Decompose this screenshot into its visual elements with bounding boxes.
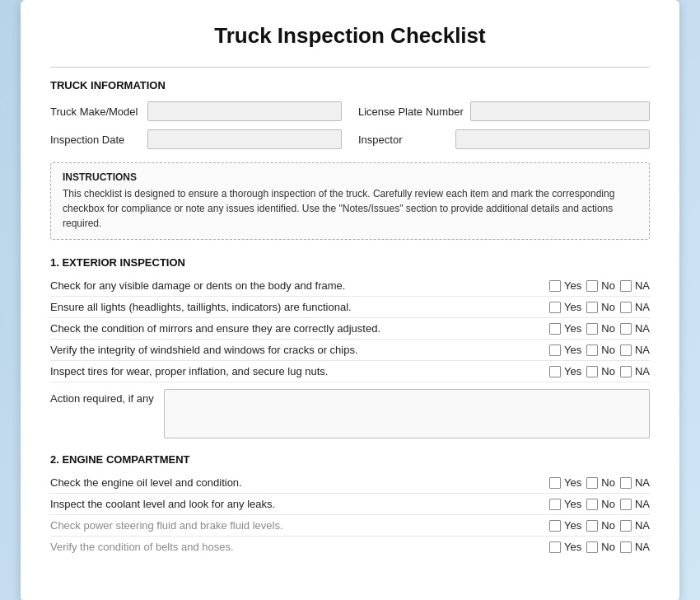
checklist-item-row: Verify the condition of belts and hoses.… (50, 537, 650, 557)
section-exterior: 1. EXTERIOR INSPECTIONCheck for any visi… (50, 256, 650, 438)
check-group-na-eng-3: NA (620, 519, 650, 532)
check-group-yes-ext-2: Yes (549, 301, 581, 313)
checklist-item-row: Ensure all lights (headlights, taillight… (50, 297, 650, 318)
inspection-date-label: Inspection Date (50, 134, 141, 146)
check-options-ext-2: YesNoNA (502, 301, 650, 313)
checkbox-no-ext-4[interactable] (586, 345, 598, 356)
check-group-yes-eng-4: Yes (549, 541, 581, 553)
item-text-ext-2: Ensure all lights (headlights, taillight… (50, 301, 502, 313)
checkbox-no-eng-1[interactable] (586, 477, 598, 489)
checkbox-yes-ext-1[interactable] (549, 280, 561, 292)
check-group-yes-ext-5: Yes (549, 365, 581, 377)
label-yes-eng-2: Yes (564, 498, 581, 510)
check-group-no-ext-2: No (586, 301, 615, 313)
label-yes-ext-5: Yes (564, 365, 581, 377)
label-na-ext-2: NA (635, 301, 650, 313)
item-text-eng-1: Check the engine oil level and condition… (50, 476, 502, 489)
checkbox-yes-eng-1[interactable] (549, 477, 561, 489)
checkbox-yes-ext-3[interactable] (549, 323, 561, 335)
truck-make-model-input[interactable] (147, 101, 342, 121)
checkbox-no-ext-5[interactable] (586, 366, 598, 377)
section-title-exterior: 1. EXTERIOR INSPECTION (50, 256, 650, 269)
license-plate-input[interactable] (470, 101, 650, 121)
license-plate-row: License Plate Number (358, 101, 650, 121)
label-na-eng-2: NA (635, 498, 650, 510)
truck-make-model-label: Truck Make/Model (50, 105, 141, 118)
label-na-ext-1: NA (635, 279, 650, 292)
check-options-eng-1: YesNoNA (502, 476, 650, 489)
check-group-na-ext-2: NA (620, 301, 650, 313)
action-row-exterior: Action required, if any (50, 389, 650, 438)
inspector-row: Inspector (358, 129, 650, 149)
checkbox-yes-eng-2[interactable] (549, 499, 561, 510)
checkbox-yes-ext-4[interactable] (549, 345, 561, 356)
label-no-ext-5: No (601, 365, 615, 377)
checkbox-na-ext-3[interactable] (620, 323, 632, 335)
check-group-no-ext-3: No (586, 322, 615, 335)
check-group-no-ext-1: No (586, 279, 615, 292)
check-group-yes-ext-3: Yes (549, 322, 581, 335)
check-group-na-ext-1: NA (620, 279, 650, 292)
checkbox-yes-eng-3[interactable] (549, 520, 561, 532)
checklist-item-row: Verify the integrity of windshield and w… (50, 340, 650, 361)
checkbox-no-eng-2[interactable] (586, 499, 598, 510)
label-yes-eng-1: Yes (564, 476, 581, 489)
check-group-na-eng-1: NA (620, 476, 650, 489)
sections-container: 1. EXTERIOR INSPECTIONCheck for any visi… (50, 256, 650, 557)
checkbox-no-ext-1[interactable] (586, 280, 598, 292)
check-group-yes-eng-1: Yes (549, 476, 581, 489)
check-options-ext-3: YesNoNA (502, 322, 650, 335)
checkbox-yes-eng-4[interactable] (549, 541, 561, 553)
checkbox-na-eng-3[interactable] (620, 520, 632, 532)
truck-info-section-title: TRUCK INFORMATION (50, 79, 650, 91)
label-yes-ext-2: Yes (564, 301, 581, 313)
item-text-ext-3: Check the condition of mirrors and ensur… (50, 322, 502, 335)
label-no-ext-1: No (601, 279, 615, 292)
check-options-eng-4: YesNoNA (502, 541, 650, 553)
label-no-eng-4: No (601, 541, 615, 553)
checkbox-no-ext-3[interactable] (586, 323, 598, 335)
checkbox-na-ext-1[interactable] (620, 280, 632, 292)
check-group-no-eng-1: No (586, 476, 615, 489)
checkbox-na-ext-4[interactable] (620, 345, 632, 356)
label-yes-eng-3: Yes (564, 519, 581, 532)
check-options-ext-1: YesNoNA (502, 279, 650, 292)
inspection-date-row: Inspection Date (50, 129, 342, 149)
inspector-input[interactable] (455, 129, 650, 149)
check-group-no-ext-5: No (586, 365, 615, 377)
action-textarea-exterior[interactable] (164, 389, 650, 438)
check-group-na-eng-4: NA (620, 541, 650, 553)
action-label-exterior: Action required, if any (50, 389, 157, 405)
checkbox-yes-ext-2[interactable] (549, 302, 561, 313)
checklist-item-row: Check the condition of mirrors and ensur… (50, 318, 650, 340)
checkbox-no-eng-4[interactable] (586, 541, 598, 553)
checkbox-yes-ext-5[interactable] (549, 366, 561, 377)
check-group-no-eng-2: No (586, 498, 615, 510)
inspection-date-input[interactable] (147, 129, 342, 149)
checkbox-na-ext-5[interactable] (620, 366, 632, 377)
checkbox-na-eng-2[interactable] (620, 499, 632, 510)
check-options-ext-5: YesNoNA (502, 365, 650, 377)
instructions-box: INSTRUCTIONS This checklist is designed … (50, 162, 650, 240)
check-options-ext-4: YesNoNA (502, 344, 650, 356)
checkbox-na-ext-2[interactable] (620, 302, 632, 313)
checkbox-na-eng-1[interactable] (620, 477, 632, 489)
checkbox-no-ext-2[interactable] (586, 302, 598, 313)
page-title: Truck Inspection Checklist (50, 23, 650, 49)
label-yes-ext-4: Yes (564, 344, 581, 356)
label-na-eng-4: NA (635, 541, 650, 553)
label-na-ext-3: NA (635, 322, 650, 335)
check-group-yes-eng-3: Yes (549, 519, 581, 532)
checkbox-na-eng-4[interactable] (620, 541, 632, 553)
check-group-no-ext-4: No (586, 344, 615, 356)
checklist-item-row: Inspect tires for wear, proper inflation… (50, 361, 650, 382)
label-na-ext-4: NA (635, 344, 650, 356)
label-na-ext-5: NA (635, 365, 650, 377)
label-no-ext-2: No (601, 301, 615, 313)
label-na-eng-1: NA (635, 476, 650, 489)
checkbox-no-eng-3[interactable] (586, 520, 598, 532)
check-group-yes-ext-1: Yes (549, 279, 581, 292)
top-divider (50, 67, 650, 68)
instructions-title: INSTRUCTIONS (63, 171, 637, 183)
label-yes-ext-3: Yes (564, 322, 581, 335)
